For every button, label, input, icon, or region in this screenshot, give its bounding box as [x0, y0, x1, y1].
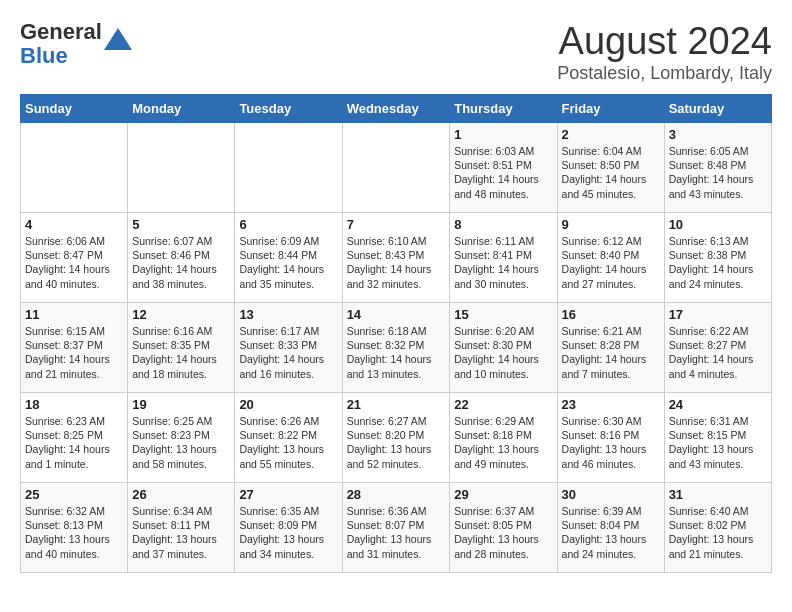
calendar-cell: 1Sunrise: 6:03 AM Sunset: 8:51 PM Daylig… — [450, 123, 557, 213]
logo-triangle-icon — [104, 26, 132, 54]
calendar-cell: 22Sunrise: 6:29 AM Sunset: 8:18 PM Dayli… — [450, 393, 557, 483]
header-thursday: Thursday — [450, 95, 557, 123]
calendar-cell: 8Sunrise: 6:11 AM Sunset: 8:41 PM Daylig… — [450, 213, 557, 303]
day-info: Sunrise: 6:25 AM Sunset: 8:23 PM Dayligh… — [132, 414, 230, 471]
day-info: Sunrise: 6:03 AM Sunset: 8:51 PM Dayligh… — [454, 144, 552, 201]
svg-marker-0 — [104, 28, 132, 50]
calendar-cell: 2Sunrise: 6:04 AM Sunset: 8:50 PM Daylig… — [557, 123, 664, 213]
day-number: 4 — [25, 217, 123, 232]
calendar-cell: 18Sunrise: 6:23 AM Sunset: 8:25 PM Dayli… — [21, 393, 128, 483]
day-info: Sunrise: 6:17 AM Sunset: 8:33 PM Dayligh… — [239, 324, 337, 381]
day-info: Sunrise: 6:18 AM Sunset: 8:32 PM Dayligh… — [347, 324, 446, 381]
logo-blue: Blue — [20, 44, 102, 68]
calendar-week-3: 11Sunrise: 6:15 AM Sunset: 8:37 PM Dayli… — [21, 303, 772, 393]
day-info: Sunrise: 6:36 AM Sunset: 8:07 PM Dayligh… — [347, 504, 446, 561]
calendar-cell: 30Sunrise: 6:39 AM Sunset: 8:04 PM Dayli… — [557, 483, 664, 573]
day-info: Sunrise: 6:37 AM Sunset: 8:05 PM Dayligh… — [454, 504, 552, 561]
calendar-header: SundayMondayTuesdayWednesdayThursdayFrid… — [21, 95, 772, 123]
logo-general: General — [20, 20, 102, 44]
day-info: Sunrise: 6:40 AM Sunset: 8:02 PM Dayligh… — [669, 504, 767, 561]
calendar-cell: 3Sunrise: 6:05 AM Sunset: 8:48 PM Daylig… — [664, 123, 771, 213]
day-info: Sunrise: 6:29 AM Sunset: 8:18 PM Dayligh… — [454, 414, 552, 471]
day-number: 2 — [562, 127, 660, 142]
calendar-cell: 19Sunrise: 6:25 AM Sunset: 8:23 PM Dayli… — [128, 393, 235, 483]
calendar-week-5: 25Sunrise: 6:32 AM Sunset: 8:13 PM Dayli… — [21, 483, 772, 573]
calendar-cell: 7Sunrise: 6:10 AM Sunset: 8:43 PM Daylig… — [342, 213, 450, 303]
calendar-cell — [235, 123, 342, 213]
day-number: 7 — [347, 217, 446, 232]
day-number: 25 — [25, 487, 123, 502]
day-number: 21 — [347, 397, 446, 412]
title-block: August 2024 Postalesio, Lombardy, Italy — [557, 20, 772, 84]
day-info: Sunrise: 6:32 AM Sunset: 8:13 PM Dayligh… — [25, 504, 123, 561]
calendar-cell: 24Sunrise: 6:31 AM Sunset: 8:15 PM Dayli… — [664, 393, 771, 483]
calendar-week-1: 1Sunrise: 6:03 AM Sunset: 8:51 PM Daylig… — [21, 123, 772, 213]
calendar-cell — [128, 123, 235, 213]
day-info: Sunrise: 6:12 AM Sunset: 8:40 PM Dayligh… — [562, 234, 660, 291]
header-sunday: Sunday — [21, 95, 128, 123]
day-number: 20 — [239, 397, 337, 412]
page-header: General Blue August 2024 Postalesio, Lom… — [20, 20, 772, 84]
day-number: 6 — [239, 217, 337, 232]
calendar-cell — [342, 123, 450, 213]
day-info: Sunrise: 6:06 AM Sunset: 8:47 PM Dayligh… — [25, 234, 123, 291]
calendar-cell — [21, 123, 128, 213]
calendar-cell: 4Sunrise: 6:06 AM Sunset: 8:47 PM Daylig… — [21, 213, 128, 303]
calendar-cell: 21Sunrise: 6:27 AM Sunset: 8:20 PM Dayli… — [342, 393, 450, 483]
calendar-cell: 13Sunrise: 6:17 AM Sunset: 8:33 PM Dayli… — [235, 303, 342, 393]
day-info: Sunrise: 6:30 AM Sunset: 8:16 PM Dayligh… — [562, 414, 660, 471]
day-number: 17 — [669, 307, 767, 322]
calendar-cell: 31Sunrise: 6:40 AM Sunset: 8:02 PM Dayli… — [664, 483, 771, 573]
calendar-cell: 29Sunrise: 6:37 AM Sunset: 8:05 PM Dayli… — [450, 483, 557, 573]
day-info: Sunrise: 6:31 AM Sunset: 8:15 PM Dayligh… — [669, 414, 767, 471]
calendar-week-2: 4Sunrise: 6:06 AM Sunset: 8:47 PM Daylig… — [21, 213, 772, 303]
calendar-cell: 6Sunrise: 6:09 AM Sunset: 8:44 PM Daylig… — [235, 213, 342, 303]
calendar-cell: 17Sunrise: 6:22 AM Sunset: 8:27 PM Dayli… — [664, 303, 771, 393]
header-friday: Friday — [557, 95, 664, 123]
calendar-cell: 11Sunrise: 6:15 AM Sunset: 8:37 PM Dayli… — [21, 303, 128, 393]
calendar-cell: 26Sunrise: 6:34 AM Sunset: 8:11 PM Dayli… — [128, 483, 235, 573]
calendar-cell: 20Sunrise: 6:26 AM Sunset: 8:22 PM Dayli… — [235, 393, 342, 483]
day-number: 9 — [562, 217, 660, 232]
calendar-cell: 12Sunrise: 6:16 AM Sunset: 8:35 PM Dayli… — [128, 303, 235, 393]
day-info: Sunrise: 6:09 AM Sunset: 8:44 PM Dayligh… — [239, 234, 337, 291]
calendar-cell: 5Sunrise: 6:07 AM Sunset: 8:46 PM Daylig… — [128, 213, 235, 303]
calendar-cell: 25Sunrise: 6:32 AM Sunset: 8:13 PM Dayli… — [21, 483, 128, 573]
calendar-cell: 27Sunrise: 6:35 AM Sunset: 8:09 PM Dayli… — [235, 483, 342, 573]
day-number: 5 — [132, 217, 230, 232]
day-info: Sunrise: 6:23 AM Sunset: 8:25 PM Dayligh… — [25, 414, 123, 471]
day-number: 24 — [669, 397, 767, 412]
day-number: 13 — [239, 307, 337, 322]
day-number: 29 — [454, 487, 552, 502]
calendar-cell: 10Sunrise: 6:13 AM Sunset: 8:38 PM Dayli… — [664, 213, 771, 303]
day-info: Sunrise: 6:13 AM Sunset: 8:38 PM Dayligh… — [669, 234, 767, 291]
header-row: SundayMondayTuesdayWednesdayThursdayFrid… — [21, 95, 772, 123]
day-number: 23 — [562, 397, 660, 412]
day-info: Sunrise: 6:04 AM Sunset: 8:50 PM Dayligh… — [562, 144, 660, 201]
day-number: 8 — [454, 217, 552, 232]
day-number: 18 — [25, 397, 123, 412]
day-number: 16 — [562, 307, 660, 322]
day-number: 14 — [347, 307, 446, 322]
day-number: 3 — [669, 127, 767, 142]
header-monday: Monday — [128, 95, 235, 123]
day-info: Sunrise: 6:10 AM Sunset: 8:43 PM Dayligh… — [347, 234, 446, 291]
header-saturday: Saturday — [664, 95, 771, 123]
header-wednesday: Wednesday — [342, 95, 450, 123]
calendar-body: 1Sunrise: 6:03 AM Sunset: 8:51 PM Daylig… — [21, 123, 772, 573]
day-info: Sunrise: 6:27 AM Sunset: 8:20 PM Dayligh… — [347, 414, 446, 471]
page-title: August 2024 — [557, 20, 772, 63]
day-info: Sunrise: 6:05 AM Sunset: 8:48 PM Dayligh… — [669, 144, 767, 201]
day-number: 26 — [132, 487, 230, 502]
day-number: 19 — [132, 397, 230, 412]
day-info: Sunrise: 6:39 AM Sunset: 8:04 PM Dayligh… — [562, 504, 660, 561]
day-info: Sunrise: 6:07 AM Sunset: 8:46 PM Dayligh… — [132, 234, 230, 291]
day-number: 10 — [669, 217, 767, 232]
day-info: Sunrise: 6:16 AM Sunset: 8:35 PM Dayligh… — [132, 324, 230, 381]
calendar-cell: 23Sunrise: 6:30 AM Sunset: 8:16 PM Dayli… — [557, 393, 664, 483]
calendar-cell: 28Sunrise: 6:36 AM Sunset: 8:07 PM Dayli… — [342, 483, 450, 573]
logo: General Blue — [20, 20, 132, 68]
day-info: Sunrise: 6:21 AM Sunset: 8:28 PM Dayligh… — [562, 324, 660, 381]
day-number: 31 — [669, 487, 767, 502]
day-info: Sunrise: 6:34 AM Sunset: 8:11 PM Dayligh… — [132, 504, 230, 561]
